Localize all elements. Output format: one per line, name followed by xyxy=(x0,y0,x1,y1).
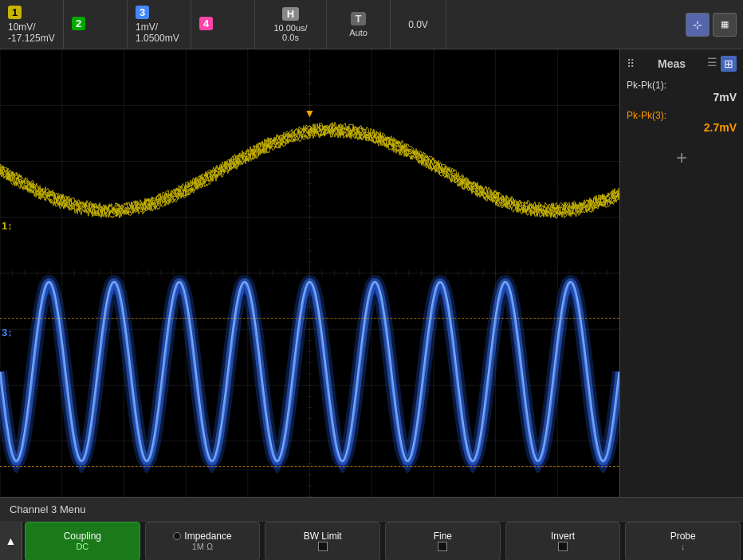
menu-fine[interactable]: Fine xyxy=(385,522,501,561)
channel-4-btn[interactable]: 4 xyxy=(191,0,255,49)
menu-bw-bot xyxy=(318,542,328,551)
ch3-scale: 1mV/ xyxy=(136,22,158,33)
ch3-label: 3 xyxy=(136,6,149,19)
main-area: ▼ 1↕ 3↕ ⠿ Meas ☰ ⊞ Pk-Pk(1): 7mV Pk-Pk(3… xyxy=(0,49,743,497)
meas-dots[interactable]: ⠿ xyxy=(627,57,636,70)
fine-checkbox xyxy=(438,542,447,551)
ch3-value: 1.0500mV xyxy=(136,33,179,44)
menu-impedance-bot: 1M Ω xyxy=(192,542,214,551)
menu-coupling-bot: DC xyxy=(76,542,88,551)
trig-mode: Auto xyxy=(349,28,368,37)
trigger-group[interactable]: T Auto xyxy=(327,0,391,49)
menu-probe[interactable]: Probe ↓ xyxy=(625,522,741,561)
pk-pk-1-label: Pk-Pk(1): xyxy=(627,80,737,91)
meas-row-ch1: Pk-Pk(1): 7mV xyxy=(627,80,737,104)
meas-list-icon[interactable]: ☰ xyxy=(707,56,717,72)
pk-pk-3-value: 2.7mV xyxy=(627,121,737,134)
menu-fine-bot xyxy=(438,542,447,551)
menu-bw-top: BW Limit xyxy=(304,531,342,542)
trig-value: 0.0V xyxy=(408,19,428,30)
meas-header: ⠿ Meas ☰ ⊞ xyxy=(627,56,737,72)
cursor-icon: ⊹ xyxy=(693,18,702,31)
menu-impedance-top: Impedance xyxy=(173,531,231,542)
t-label: T xyxy=(351,12,367,25)
h-delay: 0.0s xyxy=(282,33,299,42)
menu-invert-top: Invert xyxy=(551,531,575,542)
ch4-label: 4 xyxy=(199,17,213,30)
ch1-indicator: 1↕ xyxy=(2,220,13,232)
status-bar: Channel 3 Menu xyxy=(0,497,743,521)
meas-row-ch3: Pk-Pk(3): 2.7mV xyxy=(627,110,737,134)
menu-probe-bot: ↓ xyxy=(681,542,686,551)
measure-icon: ▦ xyxy=(721,19,729,29)
trig-value-group[interactable]: 0.0V xyxy=(391,0,446,49)
pk-pk-1-value: 7mV xyxy=(627,91,737,104)
menu-fine-top: Fine xyxy=(434,531,452,542)
add-measurement-btn[interactable]: + xyxy=(627,147,737,169)
top-bar: 1 10mV/ -17.125mV 2 3 1mV/ 1.0500mV 4 H … xyxy=(0,0,743,49)
ch3-indicator: 3↕ xyxy=(2,327,13,339)
channel-2-btn[interactable]: 2 xyxy=(64,0,128,49)
right-panel: ⠿ Meas ☰ ⊞ Pk-Pk(1): 7mV Pk-Pk(3): 2.7mV… xyxy=(619,49,743,497)
ch1-label: 1 xyxy=(8,6,22,19)
menu-bw-limit[interactable]: BW Limit xyxy=(265,522,380,561)
bw-checkbox xyxy=(318,542,328,551)
channel-1-btn[interactable]: 1 10mV/ -17.125mV xyxy=(0,0,64,49)
meas-title: Meas xyxy=(658,57,686,70)
add-icon: + xyxy=(676,147,687,169)
h-label: H xyxy=(282,7,299,21)
status-text: Channel 3 Menu xyxy=(10,503,85,515)
measure-icon-btn[interactable]: ▦ xyxy=(713,13,737,37)
cursor-icon-btn[interactable]: ⊹ xyxy=(686,13,710,37)
scope-screen[interactable]: ▼ 1↕ 3↕ xyxy=(0,49,619,497)
meas-grid-icon[interactable]: ⊞ xyxy=(721,56,737,72)
menu-coupling-top: Coupling xyxy=(64,531,101,542)
trigger-marker: ▼ xyxy=(305,107,316,119)
channel-3-btn[interactable]: 3 1mV/ 1.0500mV xyxy=(128,0,191,49)
menu-probe-top: Probe xyxy=(670,531,696,542)
ch2-label: 2 xyxy=(72,17,85,30)
bottom-menu: ▲ Coupling DC Impedance 1M Ω BW Limit Fi… xyxy=(0,521,743,560)
menu-invert[interactable]: Invert xyxy=(505,522,621,561)
menu-up-arrow[interactable]: ▲ xyxy=(0,522,22,561)
menu-impedance[interactable]: Impedance 1M Ω xyxy=(145,522,261,561)
ch1-scale: 10mV/ xyxy=(8,22,36,33)
impedance-circle-icon xyxy=(173,532,181,540)
ch1-value: -17.125mV xyxy=(8,33,55,44)
h-time: 10.00us/ xyxy=(273,23,307,33)
menu-invert-bot xyxy=(558,542,568,551)
meas-header-icons: ☰ ⊞ xyxy=(707,56,737,72)
pk-pk-3-label: Pk-Pk(3): xyxy=(627,110,737,121)
invert-checkbox xyxy=(558,542,568,551)
top-icons: ⊹ ▦ xyxy=(679,0,743,49)
menu-coupling[interactable]: Coupling DC xyxy=(25,522,140,561)
horizontal-group[interactable]: H 10.00us/ 0.0s xyxy=(255,0,327,49)
